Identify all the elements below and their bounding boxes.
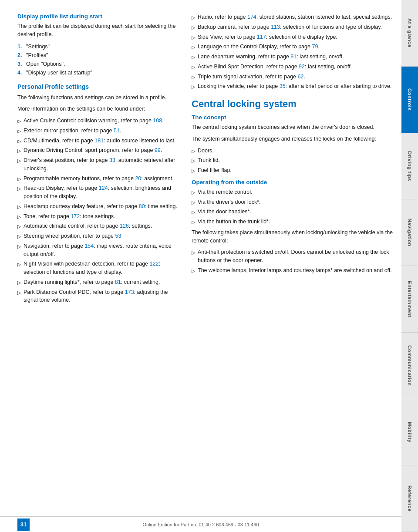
sidebar-tabs: At a glance Controls Driving tips Naviga… <box>401 0 418 532</box>
link-173[interactable]: 173 <box>125 289 134 295</box>
link-99[interactable]: 99 <box>155 147 161 153</box>
arrow-icon: ▷ <box>17 279 21 286</box>
step-2-text: "Profiles" <box>26 51 48 60</box>
link-113[interactable]: 113 <box>271 24 280 30</box>
page-footer: 31 Online Edition for Part no. 01 40 2 6… <box>0 516 401 532</box>
arrow-icon: ▷ <box>192 148 195 155</box>
arrow-icon: ▷ <box>17 128 21 135</box>
link-79[interactable]: 79 <box>312 44 318 50</box>
remote-list: ▷ Anti-theft protection is switched on/o… <box>192 248 405 274</box>
step-3-num: 3. <box>17 60 24 68</box>
link-51[interactable]: 51 <box>114 128 120 134</box>
link-53[interactable]: 53 <box>115 233 121 239</box>
link-124[interactable]: 124 <box>99 185 108 191</box>
link-91[interactable]: 91 <box>290 54 297 60</box>
bullet-fuel: ▷ Fuel filler flap. <box>192 166 405 175</box>
tab-controls[interactable]: Controls <box>401 67 418 133</box>
arrow-icon: ▷ <box>192 249 195 256</box>
link-35[interactable]: 35 <box>280 83 286 89</box>
tab-reference[interactable]: Reference <box>401 465 418 532</box>
tab-communication[interactable]: Communication <box>401 333 418 399</box>
operating-list: ▷ Via the remote control. ▷ Via the driv… <box>192 188 405 226</box>
link-174[interactable]: 174 <box>247 14 256 20</box>
concept-body1: The central locking system becomes activ… <box>192 123 405 131</box>
link-117[interactable]: 117 <box>257 34 266 40</box>
arrow-icon: ▷ <box>17 138 21 145</box>
arrow-icon: ▷ <box>192 44 195 51</box>
tab-entertainment[interactable]: Entertainment <box>401 266 418 333</box>
arrow-icon: ▷ <box>192 54 195 61</box>
bullet-headlamp: ▷ Headlamp courtesy delay feature, refer… <box>17 202 179 211</box>
tab-mobility[interactable]: Mobility <box>401 399 418 466</box>
link-80[interactable]: 80 <box>139 203 145 209</box>
arrow-icon: ▷ <box>17 213 21 221</box>
step-1-num: 1. <box>17 42 24 51</box>
section1-title: Display profile list during start <box>17 13 179 20</box>
bullet-doorhandles: ▷ Via the door handles*. <box>192 208 405 216</box>
arrow-icon: ▷ <box>17 185 21 192</box>
locks-list: ▷ Doors. ▷ Trunk lid. ▷ Fuel filler flap… <box>192 147 405 175</box>
tab-at-a-glance[interactable]: At a glance <box>401 0 418 67</box>
bullet-nav: ▷ Navigation, refer to page 154: map vie… <box>17 242 179 259</box>
bullet-doors: ▷ Doors. <box>192 147 405 155</box>
step-3: 3. Open "Options". <box>17 60 179 68</box>
link-33[interactable]: 33 <box>109 157 115 163</box>
bullet-tone: ▷ Tone, refer to page 172: tone settings… <box>17 212 179 221</box>
arrow-icon: ▷ <box>192 64 195 71</box>
arrow-icon: ▷ <box>17 147 21 155</box>
bullet-pdc: ▷ Park Distance Control PDC, refer to pa… <box>17 288 179 305</box>
link-172[interactable]: 172 <box>71 213 80 219</box>
bullet-acc: ▷ Active Cruise Control: collision warni… <box>17 117 179 125</box>
bullet-language: ▷ Language on the Control Display, refer… <box>192 43 405 51</box>
bullet-lane: ▷ Lane departure warning, refer to page … <box>192 53 405 61</box>
link-81[interactable]: 81 <box>115 279 121 285</box>
right-column: ▷ Radio, refer to page 174: stored stati… <box>192 13 405 515</box>
arrow-icon: ▷ <box>17 175 21 183</box>
step-2-num: 2. <box>17 51 24 60</box>
arrow-icon: ▷ <box>17 118 21 125</box>
link-108[interactable]: 108 <box>153 118 162 124</box>
link-154[interactable]: 154 <box>84 243 94 249</box>
step-2: 2. "Profiles" <box>17 51 179 60</box>
operating-body: The following takes place simultaneously… <box>192 229 405 245</box>
bullet-cd: ▷ CD/Multimedia, refer to page 181: audi… <box>17 137 179 145</box>
bullet-radio: ▷ Radio, refer to page 174: stored stati… <box>192 13 405 21</box>
bullet-antitheft: ▷ Anti-theft protection is switched on/o… <box>192 248 405 265</box>
bullet-seat: ▷ Driver's seat position, refer to page … <box>17 156 179 173</box>
arrow-icon: ▷ <box>17 157 21 165</box>
bullet-sideview: ▷ Side View, refer to page 117: selectio… <box>192 33 405 41</box>
central-locking-title: Central locking system <box>192 98 405 110</box>
arrow-icon: ▷ <box>17 289 21 296</box>
step-4-num: 4. <box>17 68 24 77</box>
link-122[interactable]: 122 <box>150 261 159 267</box>
bullet-hud: ▷ Head-up Display, refer to page 124: se… <box>17 184 179 201</box>
right-bullets-top: ▷ Radio, refer to page 174: stored stati… <box>192 13 405 91</box>
bullet-steering: ▷ Steering wheel position, refer to page… <box>17 232 179 240</box>
bullet-backup: ▷ Backup camera, refer to page 113: sele… <box>192 23 405 31</box>
bullet-doorlock: ▷ Via the driver's door lock*. <box>192 198 405 206</box>
tab-driving-tips[interactable]: Driving tips <box>401 133 418 200</box>
numbered-steps-list: 1. "Settings" 2. "Profiles" 3. Open "Opt… <box>17 42 179 77</box>
link-62[interactable]: 62 <box>298 74 304 80</box>
bullet-turnsignal: ▷ Triple turn signal activation, refer t… <box>192 73 405 81</box>
arrow-icon: ▷ <box>192 34 195 41</box>
left-column: Display profile list during start The pr… <box>17 13 179 515</box>
arrow-icon: ▷ <box>192 219 195 226</box>
concept-body2: The system simultaneously engages and re… <box>192 135 405 143</box>
arrow-icon: ▷ <box>192 189 195 196</box>
tab-navigation[interactable]: Navigation <box>401 199 418 266</box>
link-126[interactable]: 126 <box>120 223 129 229</box>
step-3-text: Open "Options". <box>26 60 65 68</box>
bullet-drl: ▷ Daytime running lights*, refer to page… <box>17 278 179 286</box>
link-20[interactable]: 20 <box>135 175 141 182</box>
bullet-climate: ▷ Automatic climate control, refer to pa… <box>17 222 179 230</box>
bullet-remote: ▷ Via the remote control. <box>192 188 405 196</box>
link-181[interactable]: 181 <box>94 138 104 144</box>
link-92[interactable]: 92 <box>299 64 305 70</box>
arrow-icon: ▷ <box>192 167 195 175</box>
arrow-icon: ▷ <box>192 157 195 165</box>
bullet-locking: ▷ Locking the vehicle, refer to page 35:… <box>192 82 405 91</box>
arrow-icon: ▷ <box>192 83 195 91</box>
arrow-icon: ▷ <box>192 267 195 275</box>
bullet-ddc: ▷ Dynamic Driving Control: sport program… <box>17 146 179 155</box>
